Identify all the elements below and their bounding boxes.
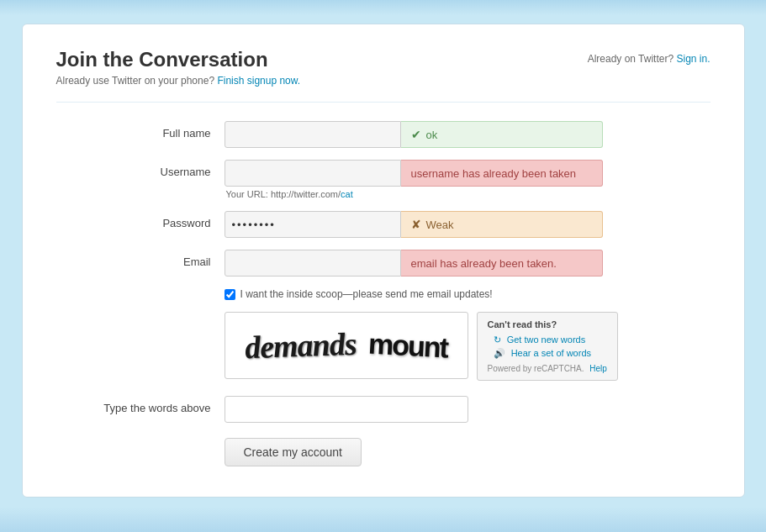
username-label: Username	[56, 160, 225, 178]
captcha-image: demands mount	[225, 312, 468, 379]
captcha-row: demands mount Can't read this? ↻ Get two…	[56, 312, 711, 381]
sky-decoration-bottom	[0, 507, 766, 532]
header-right: Already on Twitter? Sign in.	[588, 48, 711, 65]
hear-words-link[interactable]: 🔊 Hear a set of words	[488, 348, 607, 359]
username-url-link[interactable]: cat	[341, 189, 353, 199]
phone-subtitle: Already use Twitter on your phone? Finis…	[56, 75, 301, 87]
fullname-feedback: ✔ ok	[401, 121, 603, 148]
page-title: Join the Conversation	[56, 48, 301, 71]
captcha-word2: mount	[367, 327, 448, 364]
header-divider	[56, 102, 711, 103]
create-account-button[interactable]: Create my account	[225, 438, 362, 466]
recaptcha-powered: Powered by reCAPTCHA. Help	[488, 364, 607, 373]
captcha-box: demands mount Can't read this? ↻ Get two…	[225, 312, 618, 381]
captcha-label-empty	[56, 312, 225, 342]
email-updates-row: I want the inside scoop—please send me e…	[56, 288, 711, 300]
email-input[interactable]	[225, 250, 401, 277]
email-label: Email	[56, 250, 225, 268]
fullname-input[interactable]	[225, 121, 401, 148]
captcha-input-row: Type the words above	[56, 396, 711, 423]
captcha-text-input[interactable]	[225, 396, 468, 423]
fullname-label: Full name	[56, 121, 225, 140]
ok-icon: ✔	[411, 128, 421, 141]
password-input-feedback: ✘ Weak	[225, 211, 711, 238]
username-url-hint: Your URL: http://twitter.com/cat	[225, 189, 711, 199]
captcha-type-label: Type the words above	[56, 396, 225, 414]
password-label: Password	[56, 211, 225, 229]
username-input[interactable]	[225, 160, 401, 187]
username-input-feedback: username has already been taken	[225, 160, 711, 187]
username-field-group: username has already been taken Your URL…	[225, 160, 711, 199]
password-row: Password ✘ Weak	[56, 211, 711, 238]
email-updates-label: I want the inside scoop—please send me e…	[240, 288, 493, 300]
password-field-group: ✘ Weak	[225, 211, 711, 238]
fullname-input-feedback: ✔ ok	[225, 121, 711, 148]
page-header: Join the Conversation Already use Twitte…	[56, 48, 711, 87]
signup-form-container: Join the Conversation Already use Twitte…	[22, 24, 745, 498]
email-field-group: email has already been taken.	[225, 250, 711, 277]
refresh-icon: ↻	[494, 334, 501, 345]
cant-read-text: Can't read this?	[488, 319, 607, 329]
submit-row: Create my account	[56, 438, 711, 466]
email-input-feedback: email has already been taken.	[225, 250, 711, 277]
fullname-field-group: ✔ ok	[225, 121, 711, 148]
username-row: Username username has already been taken…	[56, 160, 711, 199]
sky-decoration-top	[0, 0, 766, 15]
sign-in-link[interactable]: Sign in.	[676, 53, 710, 65]
captcha-word1: demands	[244, 325, 357, 366]
password-input[interactable]	[225, 211, 401, 238]
fullname-row: Full name ✔ ok	[56, 121, 711, 148]
email-feedback: email has already been taken.	[401, 250, 603, 277]
email-row: Email email has already been taken.	[56, 250, 711, 277]
header-left: Join the Conversation Already use Twitte…	[56, 48, 301, 87]
get-two-words-link[interactable]: ↻ Get two new words	[488, 334, 607, 345]
warning-icon: ✘	[411, 218, 421, 231]
username-feedback: username has already been taken	[401, 160, 603, 187]
audio-icon: 🔊	[494, 348, 505, 358]
email-updates-checkbox[interactable]	[225, 289, 235, 300]
recaptcha-help-link[interactable]: Help	[586, 364, 607, 373]
captcha-options-panel: Can't read this? ↻ Get two new words 🔊 H…	[477, 312, 618, 381]
password-feedback: ✘ Weak	[401, 211, 603, 238]
finish-signup-link[interactable]: Finish signup now.	[217, 75, 300, 87]
